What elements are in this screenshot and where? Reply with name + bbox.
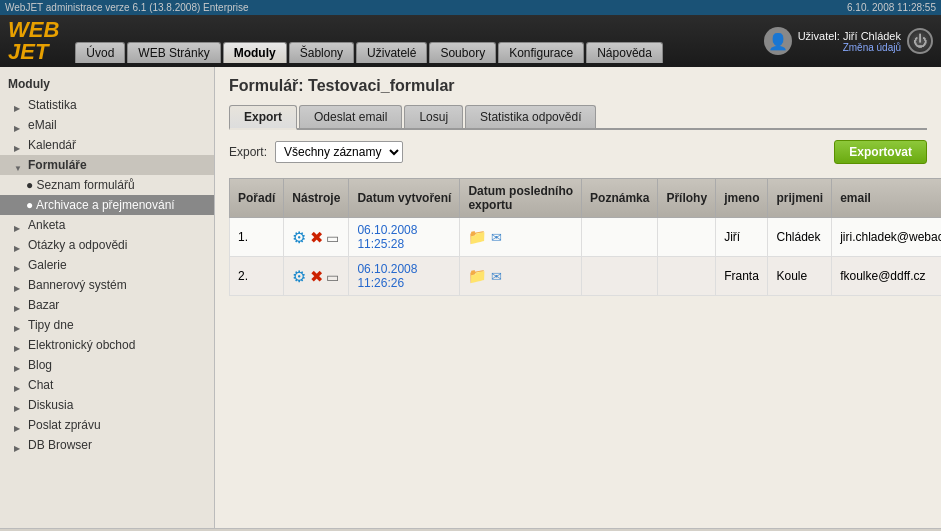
arrow-icon (14, 440, 24, 450)
arrow-icon (14, 160, 24, 170)
cell-jmeno: Franta (716, 257, 768, 296)
sidebar-item-chat[interactable]: Chat (0, 375, 214, 395)
delete-icon[interactable]: ✖ (310, 268, 323, 285)
arrow-icon (14, 420, 24, 430)
export-select[interactable]: Všechny záznamy Nové záznamy (275, 141, 403, 163)
folder-icon[interactable]: 📁 (468, 228, 487, 245)
header: WEBJET Úvod WEB Stránky Moduly Šablony U… (0, 15, 941, 67)
sidebar-subitem-seznam-formularu[interactable]: ● Seznam formulářů (0, 175, 214, 195)
cell-email: fkoulke@ddff.cz (832, 257, 941, 296)
tab-export[interactable]: Export (229, 105, 297, 130)
sidebar-item-formulare[interactable]: Formuláře (0, 155, 214, 175)
cell-poznamka (582, 257, 658, 296)
tab-bar: Export Odeslat email Losuj Statistika od… (229, 105, 927, 130)
sidebar-item-bazar[interactable]: Bazar (0, 295, 214, 315)
cell-date-created: 06.10.2008 11:26:26 (349, 257, 460, 296)
tab-losuj[interactable]: Losuj (404, 105, 463, 128)
arrow-icon (14, 280, 24, 290)
arrow-icon (14, 320, 24, 330)
power-button[interactable]: ⏻ (907, 28, 933, 54)
cell-order: 1. (230, 218, 284, 257)
sidebar-item-email[interactable]: eMail (0, 115, 214, 135)
arrow-icon (14, 380, 24, 390)
cell-prijmeni: Chládek (768, 218, 832, 257)
sidebar-item-kalendar[interactable]: Kalendář (0, 135, 214, 155)
cell-date-export: 📁 ✉ (460, 218, 582, 257)
col-datum-posledniho: Datum posledníhoexportu (460, 179, 582, 218)
arrow-icon (14, 100, 24, 110)
page-title: Formulář: Testovaci_formular (229, 77, 927, 95)
user-area: 👤 Uživatel: Jiří Chládek Změna údajů ⏻ (764, 27, 933, 55)
sidebar-title: Moduly (0, 73, 214, 95)
arrow-icon (14, 140, 24, 150)
titlebar: WebJET administrace verze 6.1 (13.8.2008… (0, 0, 941, 15)
cell-date-created: 06.10.2008 11:25:28 (349, 218, 460, 257)
col-poznamka: Poznámka (582, 179, 658, 218)
nav-tab-sablony[interactable]: Šablony (289, 42, 354, 63)
tab-statistika-odpovedi[interactable]: Statistika odpovědí (465, 105, 596, 128)
export-label: Export: (229, 145, 267, 159)
copy-icon[interactable]: ▭ (326, 230, 339, 246)
sidebar-item-blog[interactable]: Blog (0, 355, 214, 375)
toolbar-row: Export: Všechny záznamy Nové záznamy Exp… (229, 140, 927, 164)
logo: WEBJET (8, 17, 59, 65)
cell-tools: ⚙ ✖ ▭ (284, 218, 349, 257)
sidebar-item-bannerovy[interactable]: Bannerový systém (0, 275, 214, 295)
col-prijmeni: prijmeni (768, 179, 832, 218)
cell-poznamka (582, 218, 658, 257)
col-email: email (832, 179, 941, 218)
col-datum-vytvoreni: Datum vytvoření (349, 179, 460, 218)
titlebar-left: WebJET administrace verze 6.1 (13.8.2008… (5, 2, 249, 13)
sidebar-item-tipy[interactable]: Tipy dne (0, 315, 214, 335)
titlebar-right: 6.10. 2008 11:28:55 (847, 2, 936, 13)
content-area: Formulář: Testovaci_formular Export Odes… (215, 67, 941, 528)
sidebar-item-statistika[interactable]: Statistika (0, 95, 214, 115)
cell-prilohy (658, 218, 716, 257)
tab-odeslat-email[interactable]: Odeslat email (299, 105, 402, 128)
sidebar-item-poslat[interactable]: Poslat zprávu (0, 415, 214, 435)
sidebar-item-anketa[interactable]: Anketa (0, 215, 214, 235)
sidebar: Moduly Statistika eMail Kalendář Formulá… (0, 67, 215, 528)
arrow-icon (14, 120, 24, 130)
email-icon[interactable]: ✉ (491, 269, 502, 284)
data-table: Pořadí Nástroje Datum vytvoření Datum po… (229, 178, 941, 296)
nav: Úvod WEB Stránky Moduly Šablony Uživatel… (75, 19, 763, 63)
sidebar-item-obchod[interactable]: Elektronický obchod (0, 335, 214, 355)
col-poradi: Pořadí (230, 179, 284, 218)
edit-icon[interactable]: ⚙ (292, 229, 306, 246)
arrow-icon (14, 240, 24, 250)
nav-tab-napoveda[interactable]: Nápověda (586, 42, 663, 63)
nav-tab-soubory[interactable]: Soubory (429, 42, 496, 63)
cell-prijmeni: Koule (768, 257, 832, 296)
sidebar-item-otazky[interactable]: Otázky a odpovědi (0, 235, 214, 255)
sidebar-subitem-archivace[interactable]: ● Archivace a přejmenování (0, 195, 214, 215)
edit-icon[interactable]: ⚙ (292, 268, 306, 285)
nav-tab-uzivatele[interactable]: Uživatelé (356, 42, 427, 63)
col-prilohy: Přílohy (658, 179, 716, 218)
nav-tab-uvod[interactable]: Úvod (75, 42, 125, 63)
nav-tab-konfigurace[interactable]: Konfigurace (498, 42, 584, 63)
arrow-icon (14, 300, 24, 310)
copy-icon[interactable]: ▭ (326, 269, 339, 285)
arrow-icon (14, 260, 24, 270)
col-nastroje: Nástroje (284, 179, 349, 218)
table-row: 2. ⚙ ✖ ▭ 06.10.2008 11:26:26 📁 ✉ Franta … (230, 257, 942, 296)
nav-tab-web-stranky[interactable]: WEB Stránky (127, 42, 220, 63)
email-icon[interactable]: ✉ (491, 230, 502, 245)
folder-icon[interactable]: 📁 (468, 267, 487, 284)
cell-date-export: 📁 ✉ (460, 257, 582, 296)
sidebar-item-diskusia[interactable]: Diskusia (0, 395, 214, 415)
export-button[interactable]: Exportovat (834, 140, 927, 164)
arrow-icon (14, 400, 24, 410)
cell-email: jiri.chladek@webactive.cz (832, 218, 941, 257)
sidebar-item-galerie[interactable]: Galerie (0, 255, 214, 275)
user-name: Uživatel: Jiří Chládek (798, 30, 901, 42)
user-change-link[interactable]: Změna údajů (798, 42, 901, 53)
arrow-icon (14, 360, 24, 370)
sidebar-item-db-browser[interactable]: DB Browser (0, 435, 214, 455)
nav-tab-moduly[interactable]: Moduly (223, 42, 287, 63)
main-layout: Moduly Statistika eMail Kalendář Formulá… (0, 67, 941, 528)
delete-icon[interactable]: ✖ (310, 229, 323, 246)
user-avatar: 👤 (764, 27, 792, 55)
user-info: Uživatel: Jiří Chládek Změna údajů (798, 30, 901, 53)
